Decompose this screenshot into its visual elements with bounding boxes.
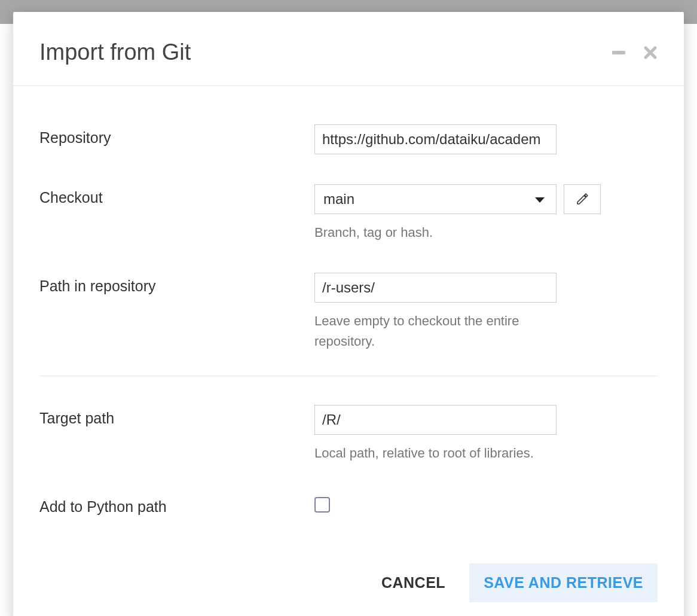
checkout-label: Checkout [39, 184, 314, 206]
checkout-helper: Branch, tag or hash. [314, 222, 565, 243]
path-in-repo-helper: Leave empty to checkout the entire repos… [314, 311, 565, 352]
repository-label: Repository [39, 124, 314, 147]
target-path-helper: Local path, relative to root of librarie… [314, 443, 565, 463]
pencil-icon [575, 192, 589, 206]
minimize-icon [612, 51, 625, 54]
repository-row: Repository [39, 124, 658, 154]
cancel-button[interactable]: CANCEL [375, 566, 451, 600]
target-path-label: Target path [39, 405, 314, 427]
divider [39, 376, 658, 376]
python-path-checkbox[interactable] [314, 497, 330, 513]
modal-header: Import from Git [13, 12, 684, 86]
close-button[interactable] [643, 45, 658, 60]
path-in-repo-row: Path in repository Leave empty to checko… [39, 273, 658, 352]
path-in-repo-label: Path in repository [39, 273, 314, 295]
checkout-select[interactable]: main [314, 184, 557, 214]
python-path-label: Add to Python path [39, 493, 314, 516]
modal-body: Repository Checkout main [13, 86, 684, 563]
repository-input[interactable] [314, 124, 557, 154]
window-controls [612, 45, 658, 60]
modal-footer: CANCEL SAVE AND RETRIEVE [13, 563, 684, 616]
checkout-row: Checkout main Branch, tag or hash. [39, 184, 658, 243]
path-in-repo-input[interactable] [314, 273, 557, 303]
edit-checkout-button[interactable] [564, 184, 601, 214]
import-from-git-modal: Import from Git Repository Checkout main [13, 12, 684, 616]
target-path-row: Target path Local path, relative to root… [39, 405, 658, 463]
chevron-down-icon [534, 191, 545, 208]
close-icon [643, 45, 658, 60]
target-path-input[interactable] [314, 405, 557, 435]
save-and-retrieve-button[interactable]: SAVE AND RETRIEVE [469, 563, 658, 602]
checkout-value: main [323, 191, 354, 208]
modal-title: Import from Git [39, 39, 612, 65]
minimize-button[interactable] [612, 51, 625, 54]
python-path-row: Add to Python path [39, 493, 658, 516]
